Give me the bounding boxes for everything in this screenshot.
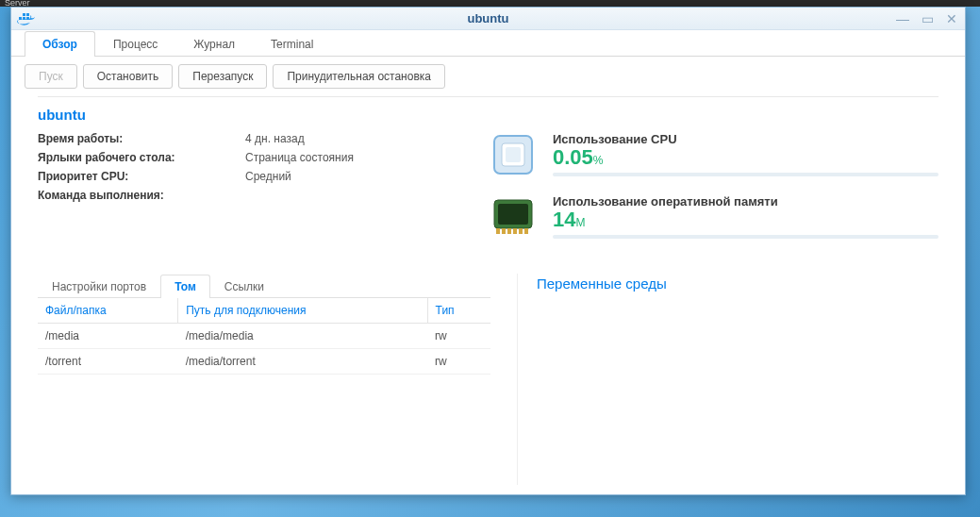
detail-label: Ярлыки рабочего стола: <box>38 151 245 164</box>
svg-rect-4 <box>26 13 29 16</box>
docker-icon <box>17 11 36 26</box>
detail-cpu-priority: Приоритет CPU: Средний <box>38 170 472 183</box>
detail-label: Команда выполнения: <box>38 189 245 202</box>
detail-shortcut: Ярлыки рабочего стола: Страница состояни… <box>38 151 472 164</box>
main-tabs: Обзор Процесс Журнал Terminal <box>11 30 965 57</box>
bottom-grid: Настройки портов Том Ссылки Файл/папка П… <box>38 274 938 485</box>
cpu-title: Использование CPU <box>553 132 938 146</box>
detail-label: Время работы: <box>38 132 245 145</box>
cell-file: /media <box>38 324 178 349</box>
window-controls: — ▭ ✕ <box>895 11 959 26</box>
svg-rect-12 <box>507 228 511 234</box>
memory-bar <box>553 235 938 239</box>
content: ubuntu Время работы: 4 дн. назад Ярлыки … <box>11 96 965 494</box>
svg-rect-13 <box>513 228 517 234</box>
memory-title: Использование оперативной памяти <box>553 194 938 208</box>
subtab-volume[interactable]: Том <box>160 275 210 298</box>
volumes-panel: Настройки портов Том Ссылки Файл/папка П… <box>38 274 490 485</box>
maximize-icon[interactable]: ▭ <box>920 11 935 26</box>
col-type[interactable]: Тип <box>427 298 490 324</box>
cell-type: rw <box>427 324 490 349</box>
cell-mount: /media/torrent <box>178 349 427 375</box>
minimize-icon[interactable]: — <box>895 11 910 26</box>
subtab-ports[interactable]: Настройки портов <box>38 275 160 298</box>
cell-mount: /media/media <box>178 324 427 349</box>
svg-rect-10 <box>496 228 500 234</box>
close-icon[interactable]: ✕ <box>944 11 959 26</box>
container-name: ubuntu <box>38 107 938 123</box>
svg-rect-3 <box>23 13 25 16</box>
tab-overview[interactable]: Обзор <box>25 31 95 57</box>
detail-uptime: Время работы: 4 дн. назад <box>38 132 472 145</box>
svg-rect-9 <box>498 204 528 225</box>
cpu-value: 0.05% <box>553 146 938 169</box>
subtab-links[interactable]: Ссылки <box>210 275 278 298</box>
svg-rect-14 <box>519 228 523 234</box>
col-mount[interactable]: Путь для подключения <box>178 298 427 324</box>
tab-process[interactable]: Процесс <box>95 31 175 57</box>
details-column: Время работы: 4 дн. назад Ярлыки рабочег… <box>38 132 472 257</box>
detail-command: Команда выполнения: <box>38 189 472 202</box>
cpu-bar <box>553 173 938 176</box>
metrics-column: Использование CPU 0.05% Использование оп… <box>490 132 938 257</box>
detail-value: Страница состояния <box>245 151 354 164</box>
table-row[interactable]: /torrent /media/torrent rw <box>38 349 490 375</box>
memory-body: Использование оперативной памяти 14M <box>553 194 938 239</box>
detail-label: Приоритет CPU: <box>38 170 245 183</box>
env-panel: Переменные среды <box>517 274 938 485</box>
sub-tabs: Настройки портов Том Ссылки <box>38 274 490 298</box>
cpu-metric: Использование CPU 0.05% <box>490 132 938 177</box>
detail-value: Средний <box>245 170 291 183</box>
stop-button[interactable]: Остановить <box>83 64 174 89</box>
memory-metric: Использование оперативной памяти 14M <box>490 194 938 240</box>
cell-type: rw <box>427 349 490 375</box>
force-stop-button[interactable]: Принудительная остановка <box>273 64 445 89</box>
divider <box>38 96 938 97</box>
svg-rect-0 <box>19 17 22 20</box>
window-title: ubuntu <box>467 11 508 25</box>
table-row[interactable]: /media /media/media rw <box>38 324 490 349</box>
taskbar: Server <box>0 0 980 7</box>
detail-value: 4 дн. назад <box>245 132 305 145</box>
action-row: Пуск Остановить Перезапуск Принудительна… <box>11 57 965 96</box>
memory-value: 14M <box>553 208 938 231</box>
svg-rect-15 <box>524 228 528 234</box>
volumes-table: Файл/папка Путь для подключения Тип /med… <box>38 298 490 375</box>
svg-rect-11 <box>502 228 506 234</box>
docker-window: ubuntu — ▭ ✕ Обзор Процесс Журнал Termin… <box>10 7 966 495</box>
tab-terminal[interactable]: Terminal <box>253 31 331 57</box>
restart-button[interactable]: Перезапуск <box>178 64 267 89</box>
cpu-body: Использование CPU 0.05% <box>553 132 938 176</box>
start-button[interactable]: Пуск <box>25 64 77 89</box>
env-title: Переменные среды <box>537 274 938 292</box>
cell-file: /torrent <box>38 349 178 375</box>
cpu-icon <box>490 132 536 177</box>
svg-rect-7 <box>506 147 521 162</box>
titlebar[interactable]: ubuntu — ▭ ✕ <box>11 8 965 30</box>
memory-icon <box>490 194 536 240</box>
overview-grid: Время работы: 4 дн. назад Ярлыки рабочег… <box>38 132 938 257</box>
tab-log[interactable]: Журнал <box>175 31 253 57</box>
col-file[interactable]: Файл/папка <box>38 298 178 324</box>
